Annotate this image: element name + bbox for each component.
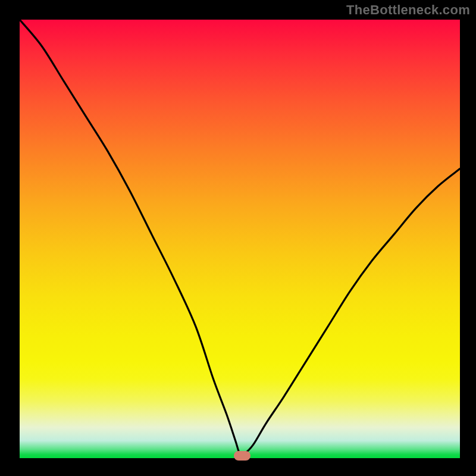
plot-area <box>20 20 460 458</box>
chart-frame: TheBottleneck.com <box>0 0 476 476</box>
watermark-text: TheBottleneck.com <box>346 2 470 18</box>
bottleneck-curve <box>20 20 460 458</box>
optimal-point-marker <box>234 451 250 461</box>
